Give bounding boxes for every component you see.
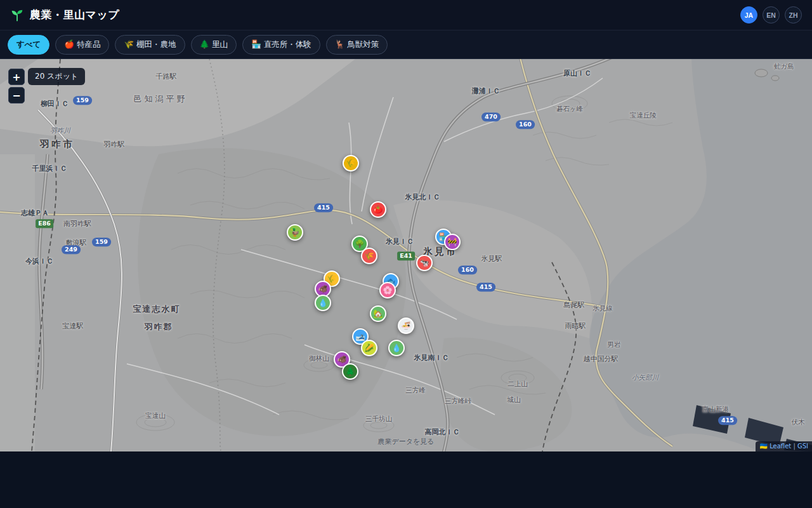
zoom-control: + − (8, 69, 25, 104)
language-switcher: JAENZH (740, 6, 802, 23)
route-shield-160: 160 (516, 120, 535, 129)
route-shield-415: 415 (476, 283, 495, 291)
map-marker-udon[interactable]: 🍜 (398, 318, 414, 334)
orchard-icon: 🌳 (355, 240, 365, 248)
route-shield-E86: E86 (36, 219, 53, 228)
spots-count-badge: 20 スポット (28, 68, 85, 85)
map-marker-fence[interactable]: 🚧 (444, 234, 461, 250)
route-shield-160: 160 (458, 265, 477, 274)
map-marker-tomato[interactable]: 🍅 (370, 201, 386, 218)
flag-icon: 🇺🇦 (759, 443, 767, 450)
zoom-out-button[interactable]: − (8, 87, 25, 104)
water-icon: 💧 (392, 344, 402, 352)
route-shield-415: 415 (314, 203, 333, 212)
brand-rice-icon: 🌾 (365, 252, 374, 260)
spring-water-icon: 💧 (318, 299, 328, 307)
tomato-icon: 🍅 (374, 206, 383, 213)
page-title: 農業・里山マップ (30, 8, 119, 22)
fence-icon: 🚧 (448, 238, 457, 246)
lang-button-ja[interactable]: JA (740, 6, 757, 23)
agriculture-data-link[interactable]: 農業データを見る (377, 437, 434, 446)
map-canvas[interactable]: 千路駅原山ＩＣ灘浦ＩＣ虻ガ島邑知潟平野柳田ＩＣ碁石ヶ峰宝達丘陵羽咋川羽咋市羽咋駅… (0, 59, 812, 451)
bird-icon: 🦆 (291, 229, 300, 236)
filter-chip-3[interactable]: 🌲 里山 (191, 35, 237, 55)
map-attribution: 🇺🇦 Leaflet | GSI (756, 441, 812, 451)
udon-icon: 🍜 (402, 322, 411, 330)
boar-icon: 🐗 (318, 285, 328, 293)
experience-icon: 🎿 (356, 333, 365, 340)
attribution-separator: | (791, 443, 797, 450)
filter-bar: すべて🍎 特産品🌾 棚田・農地🌲 里山🏪 直売所・体験🦌 鳥獣対策 (0, 30, 812, 59)
cattle-icon: 🐄 (420, 259, 429, 267)
page-footer (0, 451, 812, 508)
map-marker-water[interactable]: 💧 (388, 340, 405, 356)
zoom-in-button[interactable]: + (8, 69, 25, 85)
route-shield-249: 249 (62, 245, 81, 254)
filter-chip-0[interactable]: すべて (8, 35, 49, 55)
forest-icon: 🌲 (346, 368, 355, 375)
farm-stay-icon: 🏡 (374, 310, 383, 318)
route-shield-159: 159 (73, 96, 92, 105)
leaflet-link[interactable]: Leaflet (769, 443, 791, 450)
filter-chip-4[interactable]: 🏪 直売所・体験 (242, 35, 320, 55)
app-header: 農業・里山マップ JAENZH (0, 0, 812, 30)
filter-chip-1[interactable]: 🍎 特産品 (55, 35, 109, 55)
rice-terrace-icon: 🌾 (327, 275, 337, 283)
filter-chip-2[interactable]: 🌾 棚田・農地 (115, 35, 185, 55)
map-marker-bird[interactable]: 🦆 (287, 224, 303, 241)
lang-button-en[interactable]: EN (763, 6, 780, 23)
seedling-icon (10, 8, 24, 22)
wildlife-icon: 🐗 (337, 356, 347, 363)
filter-chip-5[interactable]: 🦌 鳥獣対策 (326, 35, 388, 55)
flower-icon: 🌸 (383, 286, 393, 294)
map-marker-flower[interactable]: 🌸 (379, 282, 396, 298)
map-marker-rice-field[interactable]: 🌾 (343, 155, 359, 171)
map-marker-brand-rice[interactable]: 🌾 (361, 248, 377, 264)
gsi-link[interactable]: GSI (797, 443, 808, 450)
map-marker-farm-stay[interactable]: 🏡 (370, 305, 386, 322)
map-marker-spring-water[interactable]: 💧 (315, 295, 331, 311)
rice-field-icon: 🌾 (346, 159, 356, 167)
route-shield-470: 470 (481, 112, 501, 121)
map-marker-cattle[interactable]: 🐄 (416, 255, 433, 271)
route-shield-159: 159 (92, 237, 111, 246)
vegetables-icon: 🌽 (365, 344, 374, 352)
route-shield-E41: E41 (397, 251, 415, 260)
brand: 農業・里山マップ (10, 8, 119, 22)
lang-button-zh[interactable]: ZH (785, 6, 802, 23)
map-marker-forest[interactable]: 🌲 (342, 363, 358, 380)
map-marker-vegetables[interactable]: 🌽 (361, 340, 377, 356)
route-shield-415: 415 (718, 416, 737, 425)
